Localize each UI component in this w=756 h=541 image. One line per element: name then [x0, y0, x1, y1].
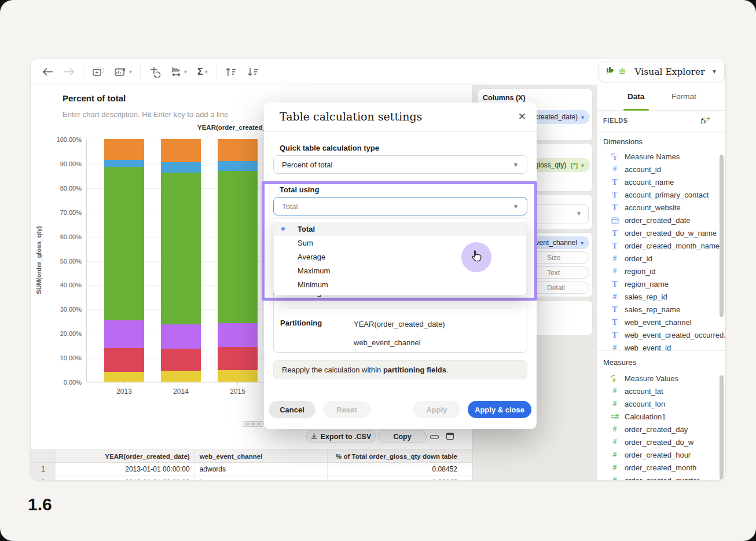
field-item[interactable]: T account_website — [597, 201, 726, 214]
bar-segment-purple[interactable] — [104, 320, 144, 348]
selected-dot-icon — [281, 227, 285, 231]
field-item[interactable]: =# Calculation1 — [597, 410, 726, 423]
field-label: account_name — [625, 178, 674, 187]
bar-segment-orange[interactable] — [161, 139, 201, 162]
close-icon[interactable]: ✕ — [518, 111, 526, 123]
field-item[interactable]: # account_lon — [597, 397, 726, 410]
bar-segment-red[interactable] — [218, 347, 258, 370]
text-icon: T — [610, 229, 619, 237]
collapse-panel-icon[interactable] — [430, 435, 439, 439]
pct-header[interactable]: % of Total order_gloss_qty down table — [328, 450, 472, 463]
tab-data[interactable]: Data — [627, 92, 644, 101]
field-item[interactable]: T account_name — [597, 176, 726, 188]
visual-explorer-switcher[interactable]: Visual Explorer ▼ — [599, 61, 725, 82]
bar-segment-blue[interactable] — [161, 162, 201, 173]
apply-close-button[interactable]: Apply & close — [468, 401, 531, 418]
bar-segment-blue[interactable] — [104, 160, 144, 167]
total-using-select[interactable]: Total ▼ — [273, 197, 527, 215]
field-item[interactable]: # order_created_quarter — [597, 474, 726, 481]
field-label: order_created_do_w — [625, 438, 693, 447]
field-item[interactable]: # region_id — [597, 265, 726, 277]
field-item[interactable]: T Measure Names — [597, 150, 726, 163]
pill-caret-icon[interactable]: ▾ — [581, 162, 584, 169]
panel-tabs: Data Format — [597, 85, 726, 111]
measures-scrollbar[interactable] — [720, 375, 724, 480]
channel-header[interactable]: web_event_channel — [194, 450, 328, 463]
quick-calc-select[interactable]: Percent of total ▼ — [273, 155, 527, 174]
bar-segment-purple[interactable] — [218, 323, 258, 347]
chevron-down-icon: ▼ — [513, 162, 519, 168]
export-csv-button[interactable]: Export to .CSV — [306, 430, 376, 443]
apply-button[interactable]: Apply — [413, 401, 460, 418]
bar-segment-green[interactable] — [161, 173, 201, 324]
field-item[interactable]: # order_created_do_w — [597, 436, 726, 448]
field-item[interactable]: T web_event_channel — [597, 316, 726, 328]
field-item[interactable]: T region_name — [597, 277, 726, 290]
bar-segment-purple[interactable] — [161, 324, 201, 349]
cancel-button[interactable]: Cancel — [269, 401, 315, 418]
bar-segment-orange[interactable] — [104, 139, 144, 160]
stacked-bar-2015[interactable] — [218, 139, 258, 382]
back-arrow-icon[interactable] — [42, 63, 54, 81]
pane-resize-handle[interactable] — [243, 421, 263, 427]
field-item[interactable]: T order_created_do_w_name — [597, 226, 726, 239]
tab-format[interactable]: Format — [671, 92, 696, 101]
expand-panel-icon[interactable] — [446, 433, 454, 440]
number-icon: # — [610, 438, 619, 446]
menu-item-minimum[interactable]: Minimum — [274, 277, 526, 291]
bar-width-caret-icon[interactable]: ▾ — [184, 68, 187, 75]
pill-caret-icon[interactable]: ▾ — [581, 240, 583, 246]
aggregate-caret-icon[interactable]: ▾ — [205, 68, 208, 75]
duplicate-chart-icon[interactable] — [91, 63, 105, 81]
bar-segment-red[interactable] — [161, 349, 201, 371]
year-cell: 2013-01-01 00:00:00 — [55, 463, 194, 476]
remove-chart-caret-icon[interactable]: ▾ — [129, 68, 132, 75]
bar-segment-yellow[interactable] — [218, 370, 258, 382]
field-item[interactable]: # order_created_hour — [597, 448, 726, 461]
bar-segment-green[interactable] — [218, 171, 258, 323]
mini-chart-icon — [606, 67, 615, 77]
menu-item-total[interactable]: Total — [274, 222, 526, 236]
bar-segment-green[interactable] — [104, 167, 144, 320]
field-item[interactable]: T account_primary_contact — [597, 188, 726, 201]
field-item[interactable]: T order_created_month_name — [597, 239, 726, 252]
reset-button[interactable]: Reset — [323, 401, 370, 418]
partitioning-note: Reapply the calculation within partition… — [273, 360, 527, 379]
field-item[interactable]: # web_event_id — [597, 341, 726, 351]
pill-caret-icon[interactable]: ▾ — [581, 114, 584, 120]
x-tick-mark — [181, 382, 181, 385]
bar-segment-red[interactable] — [104, 348, 144, 372]
remove-chart-icon[interactable] — [113, 63, 127, 81]
menu-item-label: Minimum — [298, 280, 328, 289]
field-item[interactable]: # account_lat — [597, 385, 726, 397]
forward-arrow-icon[interactable] — [63, 63, 75, 81]
field-item[interactable]: order_created_date — [597, 214, 726, 226]
field-item[interactable]: T sales_rep_name — [597, 303, 726, 316]
year-header[interactable]: YEAR(order_created_date) — [55, 450, 194, 463]
field-item[interactable]: # order_created_month — [597, 461, 726, 474]
swap-axes-icon[interactable] — [149, 63, 160, 81]
bar-segment-yellow[interactable] — [104, 372, 144, 382]
field-item[interactable]: # Measure Values — [597, 372, 726, 385]
dimensions-scrollbar[interactable] — [720, 155, 724, 317]
field-item[interactable]: # order_id — [597, 252, 726, 265]
bar-segment-orange[interactable] — [218, 139, 258, 161]
stacked-bar-2013[interactable] — [104, 139, 144, 382]
field-item[interactable]: # account_id — [597, 163, 726, 176]
bar-width-icon[interactable] — [171, 63, 182, 81]
copy-button[interactable]: Copy — [378, 430, 427, 443]
chart-description-placeholder[interactable]: Enter chart description. Hit Enter key t… — [63, 110, 228, 119]
field-item[interactable]: # order_created_day — [597, 423, 726, 436]
y-tick-label: 40.00% — [60, 282, 82, 288]
sort-descending-icon[interactable] — [247, 63, 259, 81]
table-row[interactable]: 1 2013-01-01 00:00:00 adwords 0.08452 — [31, 463, 472, 476]
bar-segment-blue[interactable] — [218, 161, 258, 171]
field-item[interactable]: # sales_rep_id — [597, 290, 726, 303]
stacked-bar-2014[interactable] — [161, 139, 201, 382]
field-item[interactable]: T web_event_created_occurred... — [597, 328, 726, 341]
create-calculation-icon[interactable]: fx+ — [700, 115, 711, 125]
sort-ascending-icon[interactable] — [225, 63, 237, 81]
bar-segment-yellow[interactable] — [161, 371, 201, 382]
table-row[interactable]: 2 2013-01-01 00:00:00 banner 0.03065 — [31, 476, 472, 481]
aggregate-sigma-icon[interactable]: Σ — [197, 63, 203, 81]
